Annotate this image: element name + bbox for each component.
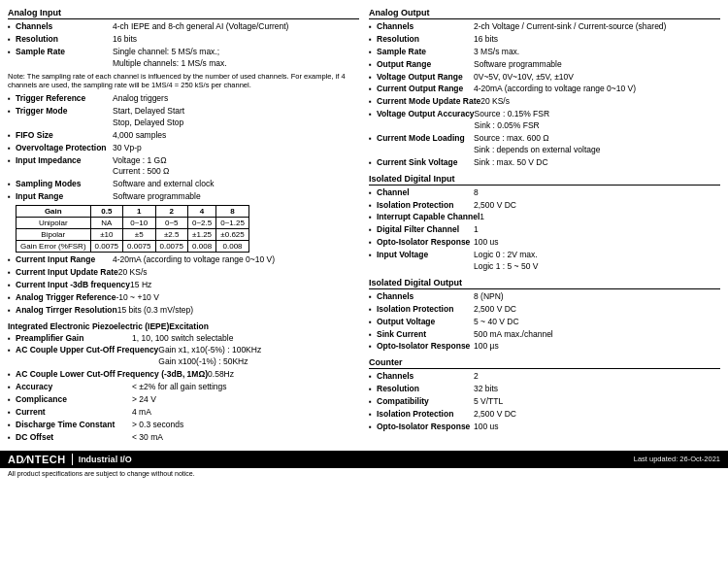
- preamplifier-value: 1, 10, 100 switch selectable: [132, 333, 359, 345]
- bullet: ▪: [369, 250, 377, 273]
- preamplifier-row: ▪ Preamplifier Gain 1, 10, 100 switch se…: [8, 333, 359, 345]
- bullet: ▪: [369, 329, 377, 341]
- bullet: ▪: [8, 34, 16, 46]
- trigger-mode-row: ▪ Trigger Mode Start, Delayed Start Stop…: [8, 106, 359, 129]
- r-voltage-accuracy-value: Source : 0.15% FSR Sink : 0.05% FSR: [475, 109, 720, 132]
- channels-value: 4-ch IEPE and 8-ch general AI (Voltage/C…: [113, 21, 359, 33]
- bullet: ▪: [369, 317, 377, 328]
- unipolar-8: 0~1.25: [216, 218, 249, 229]
- fifo-label: FIFO Size: [16, 130, 113, 142]
- r-sample-rate-row: ▪ Sample Rate 3 MS/s max.: [369, 47, 720, 58]
- bipolar-8: ±0.625: [216, 229, 249, 241]
- counter-channels-label: Channels: [377, 371, 474, 383]
- counter-compatibility-label: Compatibility: [377, 396, 474, 408]
- bullet: ▪: [369, 212, 377, 223]
- sample-rate-note: Note: The sampling rate of each channel …: [8, 72, 359, 91]
- bullet: ▪: [369, 224, 377, 236]
- bullet: ▪: [369, 157, 377, 169]
- fifo-row: ▪ FIFO Size 4,000 samples: [8, 130, 359, 142]
- current-input-range-row: ▪ Current Input Range 4-20mA (according …: [8, 254, 359, 266]
- current-label: Current: [16, 407, 132, 419]
- r-current-mode-loading-value: Source : max. 600 Ω Sink : depends on ex…: [474, 133, 720, 156]
- bullet: ▪: [369, 84, 377, 95]
- footer-note: All product specifications are subject t…: [0, 468, 728, 479]
- sampling-modes-label: Sampling Modes: [16, 179, 113, 190]
- ido-output-voltage-label: Output Voltage: [377, 317, 474, 328]
- preamplifier-label: Preamplifier Gain: [16, 333, 132, 345]
- r-sample-rate-value: 3 MS/s max.: [474, 47, 720, 58]
- ac-couple-lower-row: ▪ AC Couple Lower Cut-Off Frequency (-3d…: [8, 369, 359, 381]
- counter-resolution-row: ▪ Resolution 32 bits: [369, 384, 720, 395]
- sample-rate-value: Single channel: 5 MS/s max.; Multiple ch…: [113, 47, 359, 70]
- bullet: ▪: [369, 187, 377, 199]
- counter-opto-label: Opto-Isolator Response: [377, 422, 474, 433]
- idi-digital-filter-value: 1: [474, 224, 720, 236]
- ac-couple-lower-value: 0.58Hz: [208, 369, 359, 381]
- r-current-sink-value: Sink : max. 50 V DC: [474, 157, 720, 169]
- idi-input-voltage-value: Logic 0 : 2V max. Logic 1 : 5 ~ 50 V: [474, 250, 720, 273]
- counter-compatibility-value: 5 V/TTL: [474, 396, 720, 408]
- bullet: ▪: [8, 305, 16, 317]
- discharge-value: > 0.3 seconds: [132, 420, 359, 431]
- r-current-mode-update-label: Current Mode Update Rate: [377, 96, 480, 108]
- brand-logo: AD∕NTECH: [8, 454, 73, 465]
- r-sample-rate-label: Sample Rate: [377, 47, 474, 58]
- bullet: ▪: [369, 34, 377, 46]
- bullet: ▪: [8, 280, 16, 291]
- gain-8-header: 8: [216, 206, 249, 218]
- input-range-value: Software programmable: [113, 191, 359, 203]
- trigger-reference-row: ▪ Trigger Reference Analog triggers: [8, 93, 359, 105]
- bipolar-1: ±5: [123, 229, 155, 241]
- counter-opto-value: 100 us: [474, 422, 720, 433]
- table-row: Gain Error (%FSR) 0.0075 0.0075 0.0075 0…: [17, 241, 249, 253]
- bullet: ▪: [369, 72, 377, 84]
- r-current-mode-update-row: ▪ Current Mode Update Rate 20 KS/s: [369, 96, 720, 108]
- bullet: ▪: [8, 93, 16, 105]
- analog-trigger-value: -10 ~ +10 V: [116, 292, 359, 304]
- r-resolution-row: ▪ Resolution 16 bits: [369, 34, 720, 46]
- counter-channels-row: ▪ Channels 2: [369, 371, 720, 383]
- bullet: ▪: [8, 292, 16, 304]
- complicance-row: ▪ Complicance > 24 V: [8, 394, 359, 406]
- current-input-3db-row: ▪ Current Input -3dB frequency 15 Hz: [8, 280, 359, 291]
- bullet: ▪: [369, 47, 377, 58]
- table-row: Bipolar ±10 ±5 ±2.5 ±1.25 ±0.625: [17, 229, 249, 241]
- idi-isolation-value: 2,500 V DC: [474, 200, 720, 212]
- analog-trigger-row: ▪ Analog Trigger Reference -10 ~ +10 V: [8, 292, 359, 304]
- current-input-range-value: 4-20mA (according to voltage range 0~10 …: [113, 254, 359, 266]
- gain-error-8: 0.008: [216, 241, 249, 253]
- input-range-label: Input Range: [16, 191, 113, 203]
- ido-sink-current-value: 500 mA max./channel: [474, 329, 720, 341]
- accuracy-value: < ±2% for all gain settings: [132, 382, 359, 393]
- bullet: ▪: [369, 200, 377, 212]
- unipolar-2: 0~5: [155, 218, 187, 229]
- r-output-range-label: Output Range: [377, 59, 474, 71]
- bullet: ▪: [8, 394, 16, 406]
- ac-couple-upper-row: ▪ AC Couple Upper Cut-Off Frequency Gain…: [8, 345, 359, 368]
- idi-isolation-label: Isolation Protection: [377, 200, 474, 212]
- bullet: ▪: [8, 267, 16, 279]
- r-channels-label: Channels: [377, 21, 474, 33]
- trigger-reference-label: Trigger Reference: [16, 93, 113, 105]
- bullet: ▪: [369, 409, 377, 421]
- input-impedance-row: ▪ Input Impedance Voltage : 1 GΩ Current…: [8, 155, 359, 179]
- r-voltage-accuracy-row: ▪ Voltage Output Accuracy Source : 0.15%…: [369, 109, 720, 132]
- bullet: ▪: [369, 109, 377, 132]
- bullet: ▪: [369, 96, 377, 108]
- counter-channels-value: 2: [474, 371, 720, 383]
- footer-subtitle: Industrial I/O: [79, 455, 132, 464]
- unipolar-label: Unipolar: [17, 218, 91, 229]
- bullet: ▪: [369, 291, 377, 303]
- counter-title: Counter: [369, 357, 720, 369]
- r-current-output-value: 4-20mA (according to voltage range 0~10 …: [474, 84, 720, 95]
- ido-isolation-row: ▪ Isolation Protection 2,500 V DC: [369, 304, 720, 316]
- analog-input-title: Analog Input: [8, 8, 359, 19]
- bullet: ▪: [369, 21, 377, 33]
- gain-error-4: 0.008: [187, 241, 215, 253]
- bipolar-4: ±1.25: [187, 229, 215, 241]
- ido-sink-current-row: ▪ Sink Current 500 mA max./channel: [369, 329, 720, 341]
- counter-resolution-value: 32 bits: [474, 384, 720, 395]
- idi-channel-row: ▪ Channel 8: [369, 187, 720, 199]
- gain-2-header: 2: [155, 206, 187, 218]
- ido-isolation-label: Isolation Protection: [377, 304, 474, 316]
